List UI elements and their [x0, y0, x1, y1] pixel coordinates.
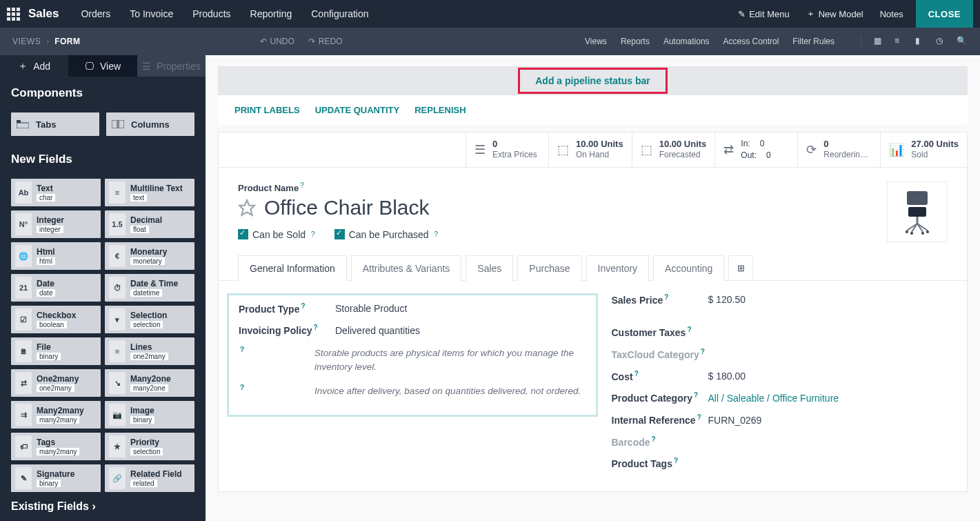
help-icon[interactable]: ? — [301, 302, 305, 310]
field-card-one2many[interactable]: ⇄One2manyone2many — [11, 369, 101, 397]
field-card-label: Selection — [130, 311, 190, 320]
help-icon[interactable]: ? — [701, 348, 705, 355]
stat-in-out[interactable]: ⇄ In:0 Out:0 — [714, 132, 797, 167]
stat-sold[interactable]: 📊 27.00 UnitsSold — [880, 132, 967, 167]
help-icon[interactable]: ? — [240, 384, 244, 391]
tab-purchase[interactable]: Purchase — [517, 255, 581, 281]
field-value[interactable]: Delivered quantities — [335, 325, 586, 336]
field-value[interactable]: $ 120.50 — [708, 294, 959, 305]
field-card-many2one[interactable]: ↘Many2onemany2one — [105, 369, 194, 397]
stat-extra-prices[interactable]: ☰ 0Extra Prices — [466, 132, 548, 167]
link-views[interactable]: Views — [585, 37, 607, 46]
field-card-related[interactable]: 🔗Related Fieldrelated — [105, 464, 194, 492]
field-card-date[interactable]: 21Datedate — [11, 274, 101, 302]
edit-menu-button[interactable]: ✎Edit Menu — [730, 9, 798, 19]
tab-accounting[interactable]: Accounting — [653, 255, 724, 281]
brand-title[interactable]: Sales — [28, 7, 59, 21]
help-icon[interactable]: ? — [697, 413, 701, 421]
menu-to-invoice[interactable]: To Invoice — [120, 8, 183, 19]
print-labels-button[interactable]: PRINT LABELS — [234, 105, 300, 115]
product-name-value[interactable]: Office Chair Black — [264, 196, 430, 219]
tab-inventory[interactable]: Inventory — [586, 255, 650, 281]
help-icon[interactable]: ? — [664, 293, 668, 301]
help-icon[interactable]: ? — [311, 230, 315, 238]
product-image[interactable] — [887, 181, 948, 242]
help-icon[interactable]: ? — [300, 181, 304, 189]
component-tabs[interactable]: Tabs — [11, 112, 99, 136]
sidebar-tab-add[interactable]: ＋Add — [0, 55, 68, 77]
menu-reporting[interactable]: Reporting — [241, 8, 302, 19]
undo-button[interactable]: ↶UNDO — [260, 37, 294, 46]
menu-orders[interactable]: Orders — [71, 8, 120, 19]
field-card-datetime[interactable]: ⏱Date & Timedatetime — [105, 274, 194, 302]
breadcrumb-views[interactable]: VIEWS — [12, 37, 41, 46]
stat-reordering[interactable]: ⟳ 0Reorderin… — [797, 132, 880, 167]
search-icon[interactable]: 🔍 — [957, 36, 968, 47]
kanban-view-icon[interactable]: ▮ — [915, 36, 926, 47]
field-card-binary[interactable]: ✎Signaturebinary — [11, 464, 101, 492]
field-label: Product Category? — [612, 391, 708, 404]
help-icon[interactable]: ? — [314, 324, 318, 331]
field-type-icon: 📷 — [109, 404, 126, 426]
sidebar-tab-view[interactable]: 🖵View — [68, 55, 137, 77]
tab-attributes[interactable]: Attributes & Variants — [351, 255, 462, 281]
existing-fields-toggle[interactable]: Existing Fields › — [0, 492, 206, 521]
notes-button[interactable]: Notes — [872, 9, 912, 19]
field-card-type: one2many — [130, 353, 168, 360]
add-tab-button[interactable]: ⊞ — [728, 255, 753, 281]
update-quantity-button[interactable]: UPDATE QUANTITY — [315, 105, 400, 115]
card-view-icon[interactable]: ▦ — [874, 36, 885, 47]
activity-view-icon[interactable]: ◷ — [936, 36, 947, 47]
field-card-char[interactable]: AbTextchar — [11, 179, 101, 206]
help-icon[interactable]: ? — [634, 370, 639, 377]
help-icon[interactable]: ? — [694, 391, 698, 399]
field-value[interactable]: $ 180.00 — [708, 371, 959, 382]
can-be-purchased-checkbox[interactable]: Can be Purchased? — [334, 229, 439, 240]
field-card-selection[interactable]: ★Priorityselection — [105, 433, 194, 460]
breadcrumb-form: FORM — [54, 37, 80, 46]
close-button[interactable]: CLOSE — [916, 0, 973, 28]
redo-button[interactable]: ↷REDO — [308, 37, 343, 46]
tab-sales[interactable]: Sales — [466, 255, 513, 281]
field-card-binary[interactable]: 🗎Filebinary — [11, 337, 101, 365]
help-icon[interactable]: ? — [687, 326, 691, 333]
menu-configuration[interactable]: Configuration — [301, 8, 378, 19]
field-card-selection[interactable]: ▾Selectionselection — [105, 306, 194, 333]
field-card-many2many[interactable]: ⇉Many2manymany2many — [11, 401, 101, 429]
help-icon[interactable]: ? — [652, 435, 656, 443]
list-view-icon[interactable]: ≡ — [894, 36, 906, 47]
field-card-one2many[interactable]: ≡Linesone2many — [105, 337, 194, 365]
stat-forecasted[interactable]: ⬚ 10.00 UnitsForecasted — [632, 132, 715, 167]
link-reports[interactable]: Reports — [621, 37, 650, 46]
field-card-float[interactable]: 1.5Decimalfloat — [105, 210, 194, 238]
field-card-integer[interactable]: N°Integerinteger — [11, 210, 101, 238]
link-access-control[interactable]: Access Control — [723, 37, 779, 46]
link-automations[interactable]: Automations — [663, 37, 710, 46]
field-card-boolean[interactable]: ☑Checkboxboolean — [11, 306, 101, 333]
menu-products[interactable]: Products — [183, 8, 240, 19]
field-card-binary[interactable]: 📷Imagebinary — [105, 401, 194, 429]
add-pipeline-link[interactable]: Add a pipeline status bar — [535, 75, 650, 86]
help-icon[interactable]: ? — [240, 346, 244, 353]
link-filter-rules[interactable]: Filter Rules — [792, 37, 834, 46]
field-value[interactable]: All / Saleable / Office Furniture — [708, 393, 959, 404]
favorite-star-icon[interactable] — [238, 199, 256, 217]
sidebar-tab-properties[interactable]: ☰Properties — [137, 55, 206, 77]
field-value[interactable]: FURN_0269 — [708, 415, 959, 426]
field-card-monetary[interactable]: €Monetarymonetary — [105, 242, 194, 270]
field-value[interactable]: Storable Product — [335, 303, 586, 314]
help-icon[interactable]: ? — [434, 230, 439, 238]
field-card-many2many[interactable]: 🏷Tagsmany2many — [11, 433, 101, 460]
replenish-button[interactable]: REPLENISH — [414, 105, 466, 115]
tab-general-info[interactable]: General Information — [238, 255, 347, 281]
apps-icon[interactable] — [7, 8, 20, 21]
component-columns[interactable]: Columns — [106, 112, 194, 136]
new-model-button[interactable]: ＋New Model — [798, 8, 872, 20]
field-type-icon: Ab — [15, 181, 32, 204]
help-icon[interactable]: ? — [674, 457, 678, 464]
field-card-text[interactable]: ≡Multiline Texttext — [105, 179, 194, 206]
can-be-sold-checkbox[interactable]: Can be Sold? — [238, 229, 315, 240]
stat-on-hand[interactable]: ⬚ 10.00 UnitsOn Hand — [548, 132, 632, 167]
svg-point-12 — [906, 230, 908, 233]
field-card-html[interactable]: 🌐Htmlhtml — [11, 242, 101, 270]
